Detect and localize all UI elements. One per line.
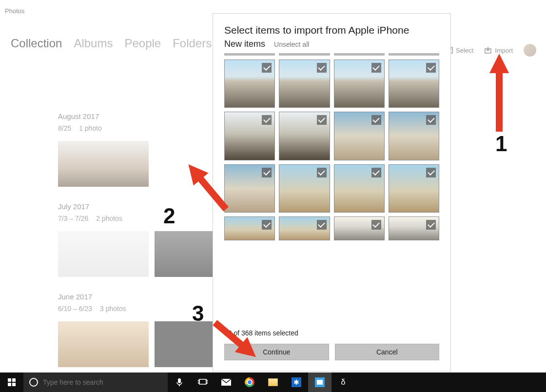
import-label: Import xyxy=(495,47,513,54)
photo-thumbnail[interactable] xyxy=(58,231,149,277)
svg-rect-6 xyxy=(12,378,16,382)
taskbar-app-explorer[interactable] xyxy=(261,372,285,392)
checkbox-icon[interactable] xyxy=(262,115,272,125)
dialog-subtitle: New items xyxy=(224,39,265,49)
checkbox-icon[interactable] xyxy=(371,168,381,177)
import-button[interactable]: Import xyxy=(484,46,513,54)
taskbar-search[interactable] xyxy=(23,372,168,392)
svg-rect-13 xyxy=(206,380,208,383)
svg-rect-10 xyxy=(179,385,180,386)
import-item[interactable] xyxy=(334,112,385,160)
taskbar: ✱ δ xyxy=(0,372,546,392)
group-date-range: 7/3 – 7/26 xyxy=(58,215,88,222)
search-input[interactable] xyxy=(43,378,168,386)
task-view-button[interactable] xyxy=(191,372,214,392)
selection-status: 23 of 368 items selected xyxy=(213,322,450,344)
taskbar-app-settings[interactable]: ✱ xyxy=(285,372,308,392)
scroll-indicator xyxy=(389,53,439,56)
photo-thumbnail[interactable] xyxy=(58,321,149,367)
group-date-range: 8/25 xyxy=(58,124,71,132)
cancel-button[interactable]: Cancel xyxy=(335,344,440,360)
import-item[interactable] xyxy=(279,164,330,213)
import-item[interactable] xyxy=(279,216,330,240)
checkbox-icon[interactable] xyxy=(317,115,327,125)
import-item[interactable] xyxy=(334,164,385,213)
checkbox-icon[interactable] xyxy=(371,115,381,125)
scroll-indicator xyxy=(224,53,275,56)
checkbox-icon[interactable] xyxy=(317,220,327,230)
import-item[interactable] xyxy=(334,59,385,108)
import-thumbnail-grid[interactable] xyxy=(213,49,450,322)
import-item[interactable] xyxy=(224,216,275,240)
unselect-all-link[interactable]: Unselect all xyxy=(274,40,309,48)
import-item[interactable] xyxy=(224,164,275,213)
mic-button[interactable] xyxy=(168,372,191,392)
import-item[interactable] xyxy=(224,59,275,108)
annotation-arrow-1 xyxy=(487,54,511,134)
checkbox-icon[interactable] xyxy=(426,220,436,230)
import-item[interactable] xyxy=(389,164,439,213)
toolbar-right: Select Import xyxy=(446,44,536,57)
svg-rect-12 xyxy=(198,380,199,383)
dialog-title: Select items to import from Apple iPhone xyxy=(224,24,439,36)
scroll-indicator xyxy=(279,53,330,56)
svg-rect-5 xyxy=(8,378,11,382)
checkbox-icon[interactable] xyxy=(426,63,436,73)
main-nav: Collection Albums People Folders xyxy=(11,37,212,50)
checkbox-icon[interactable] xyxy=(426,168,436,177)
import-item[interactable] xyxy=(224,112,275,160)
photo-thumbnail[interactable] xyxy=(58,141,149,187)
taskbar-app-mail[interactable] xyxy=(214,372,238,392)
import-item[interactable] xyxy=(334,216,385,240)
tab-folders[interactable]: Folders xyxy=(173,37,212,50)
group-count: 1 photo xyxy=(79,124,102,132)
checkbox-icon[interactable] xyxy=(317,63,327,73)
svg-rect-11 xyxy=(199,379,206,384)
taskbar-app-other[interactable]: δ xyxy=(332,372,355,392)
tab-albums[interactable]: Albums xyxy=(74,37,113,50)
taskbar-app-chrome[interactable] xyxy=(238,372,261,392)
group-count: 3 photos xyxy=(100,305,126,313)
import-item[interactable] xyxy=(279,112,330,160)
svg-rect-9 xyxy=(178,378,181,383)
svg-rect-7 xyxy=(8,383,11,386)
start-button[interactable] xyxy=(0,372,23,392)
continue-button[interactable]: Continue xyxy=(224,344,329,360)
import-icon xyxy=(484,46,492,54)
import-item[interactable] xyxy=(389,59,439,108)
checkbox-icon[interactable] xyxy=(262,63,272,73)
app-title-text: Photos xyxy=(5,7,24,15)
import-item[interactable] xyxy=(389,216,439,240)
tab-people[interactable]: People xyxy=(124,37,161,50)
checkbox-icon[interactable] xyxy=(371,220,381,230)
checkbox-icon[interactable] xyxy=(426,115,436,125)
avatar[interactable] xyxy=(524,44,536,57)
checkbox-icon[interactable] xyxy=(317,168,327,177)
import-item[interactable] xyxy=(389,112,439,160)
cortana-icon xyxy=(29,378,38,387)
select-label: Select xyxy=(456,47,473,54)
import-dialog: Select items to import from Apple iPhone… xyxy=(213,13,451,372)
checkbox-icon[interactable] xyxy=(262,220,272,230)
group-count: 2 photos xyxy=(96,215,122,222)
taskbar-app-photos[interactable] xyxy=(308,372,332,392)
svg-rect-8 xyxy=(12,383,16,386)
checkbox-icon[interactable] xyxy=(371,63,381,73)
tab-collection[interactable]: Collection xyxy=(11,37,62,50)
scroll-indicator xyxy=(334,53,385,56)
annotation-label-1: 1 xyxy=(495,132,507,156)
svg-marker-2 xyxy=(489,54,509,132)
import-item[interactable] xyxy=(279,59,330,108)
group-date-range: 6/10 – 6/23 xyxy=(58,305,92,313)
checkbox-icon[interactable] xyxy=(262,168,272,177)
